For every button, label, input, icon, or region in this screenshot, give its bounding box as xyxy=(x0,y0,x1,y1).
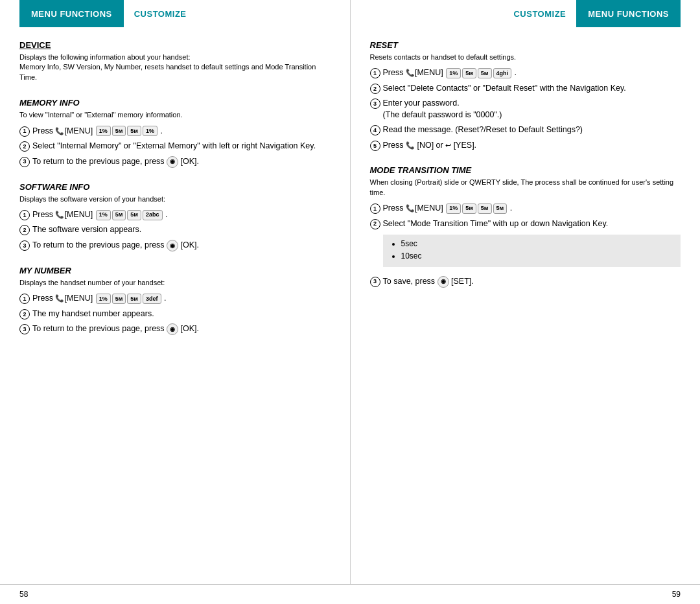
key-btn: 5м xyxy=(493,203,508,214)
step-content: Press 📞[MENU] 1% 5м 5м 1% . xyxy=(32,126,331,137)
step-number: 2 xyxy=(19,141,30,152)
step-number: 1 xyxy=(370,68,380,78)
step-item: 5 Press 📞 [NO] or ↩ [YES]. xyxy=(370,140,681,152)
phone-key: 📞 xyxy=(406,68,415,78)
key-btn: 5м xyxy=(478,68,492,78)
key-btn: 4ghi xyxy=(493,68,512,78)
phone-key: 📞 xyxy=(55,210,64,220)
mode-transition-steps: 1 Press 📞[MENU] 1% 5м 5м 5м . 2 Select "… xyxy=(370,203,681,292)
key-btn: 5м xyxy=(478,203,492,214)
my-number-title: MY NUMBER xyxy=(19,266,331,275)
software-info-desc: Displays the software version of your ha… xyxy=(19,194,331,204)
options-box: 5sec 10sec xyxy=(383,235,681,267)
step-content: To return to the previous page, press ◉ … xyxy=(32,240,331,251)
key-btn: 1% xyxy=(96,210,111,220)
step-item: 2 Select "Internal Memory" or "External … xyxy=(19,141,331,152)
my-number-steps: 1 Press 📞[MENU] 1% 5м 5м 3def . 2 The my… xyxy=(19,293,331,339)
key-btn: 5м xyxy=(462,68,476,78)
step-number: 2 xyxy=(370,219,380,229)
step-number: 1 xyxy=(370,203,380,214)
step-content: To return to the previous page, press ◉ … xyxy=(32,323,331,335)
mode-transition-title: MODE TRANSITION TIME xyxy=(370,165,681,175)
phone-key: 📞 xyxy=(55,294,64,303)
step-number: 3 xyxy=(19,157,30,167)
step-item: 4 Read the message. (Reset?/Reset to Def… xyxy=(370,124,681,136)
left-customize-label: CUSTOMIZE xyxy=(124,0,197,27)
software-info-steps: 1 Press 📞[MENU] 1% 5м 5м 2abc . 2 The so… xyxy=(19,209,331,255)
right-customize-label: CUSTOMIZE xyxy=(503,0,576,27)
step-content: Select "Internal Memory" or "External Me… xyxy=(32,141,331,152)
step-item: 2 The software version appears. xyxy=(19,224,331,236)
mode-transition-desc: When closing (Portrait) slide or QWERTY … xyxy=(370,178,681,198)
step-item: 3 To save, press ◉ [SET]. xyxy=(370,276,681,288)
step-item: 3 To return to the previous page, press … xyxy=(19,323,331,335)
set-key: ◉ xyxy=(438,276,449,288)
option-item: 10sec xyxy=(401,251,673,262)
ok-key: ◉ xyxy=(167,323,178,335)
page-left: MENU FUNCTIONS CUSTOMIZE DEVICE Displays… xyxy=(0,0,350,584)
step-item: 1 Press 📞[MENU] 1% 5м 5м 2abc . xyxy=(19,209,331,221)
key-btn: 5м xyxy=(127,126,141,136)
footer: 58 59 xyxy=(0,584,700,604)
step-number: 1 xyxy=(19,210,30,220)
left-menu-functions-label: MENU FUNCTIONS xyxy=(19,0,124,27)
key-sequence: 1% 5м 5м 1% xyxy=(95,126,158,136)
key-sequence: 1% 5м 5м 5м xyxy=(445,203,508,214)
left-page-number: 58 xyxy=(19,590,28,599)
key-sequence: 1% 5м 5м 4ghi xyxy=(445,68,512,78)
step-number: 5 xyxy=(370,141,380,151)
key-btn: 2abc xyxy=(143,210,163,220)
page-container: MENU FUNCTIONS CUSTOMIZE DEVICE Displays… xyxy=(0,0,700,584)
key-btn: 5м xyxy=(462,203,476,214)
options-list: 5sec 10sec xyxy=(391,238,673,262)
reset-desc: Resets contacts or handset to default se… xyxy=(370,52,681,62)
device-desc: Displays the following information about… xyxy=(19,52,331,82)
phone-key: 📞 xyxy=(55,126,64,136)
right-page-number: 59 xyxy=(672,590,681,599)
step-item: 2 The my handset number appears. xyxy=(19,308,331,320)
key-btn: 1% xyxy=(446,203,461,214)
my-number-desc: Displays the handset number of your hand… xyxy=(19,278,331,288)
step-item: 3 To return to the previous page, press … xyxy=(19,156,331,168)
step-content: The software version appears. xyxy=(32,224,331,236)
step-item: 1 Press 📞[MENU] 1% 5м 5м 4ghi . xyxy=(370,67,681,79)
step-number: 3 xyxy=(370,99,380,109)
left-header: MENU FUNCTIONS CUSTOMIZE xyxy=(19,0,331,27)
phone-key: 📞 xyxy=(406,141,415,150)
device-title: DEVICE xyxy=(19,40,331,50)
key-btn: 5м xyxy=(127,210,141,220)
key-btn: 3def xyxy=(143,294,161,304)
key-sequence: 1% 5м 5м 3def xyxy=(95,294,162,304)
step-number: 2 xyxy=(19,225,30,235)
step-content: Select "Mode Transition Time" with up or… xyxy=(383,218,681,272)
step-number: 3 xyxy=(19,240,30,251)
key-btn: 5м xyxy=(127,294,141,304)
step-content: To return to the previous page, press ◉ … xyxy=(32,156,331,168)
key-sequence: 1% 5м 5м 2abc xyxy=(95,210,163,220)
right-menu-functions-label: MENU FUNCTIONS xyxy=(576,0,681,27)
step-item: 1 Press 📞[MENU] 1% 5м 5м 1% . xyxy=(19,126,331,137)
step-item: 2 Select "Mode Transition Time" with up … xyxy=(370,218,681,272)
step-content: Press 📞[MENU] 1% 5м 5м 4ghi . xyxy=(383,67,681,79)
phone-key: ↩ xyxy=(445,141,451,150)
step-item: 2 Select "Delete Contacts" or "Default R… xyxy=(370,83,681,95)
key-btn: 1% xyxy=(446,68,461,78)
step-content: The my handset number appears. xyxy=(32,308,331,320)
step-item: 1 Press 📞[MENU] 1% 5м 5м 3def . xyxy=(19,293,331,305)
memory-info-desc: To view "Internal" or "External" memory … xyxy=(19,110,331,120)
step-content: Select "Delete Contacts" or "Default Res… xyxy=(383,83,681,95)
right-header: CUSTOMIZE MENU FUNCTIONS xyxy=(370,0,681,27)
step-item: 3 To return to the previous page, press … xyxy=(19,240,331,251)
memory-info-steps: 1 Press 📞[MENU] 1% 5м 5м 1% . 2 Select "… xyxy=(19,126,331,172)
step-number: 2 xyxy=(19,309,30,319)
step-content: Press 📞[MENU] 1% 5м 5м 5м . xyxy=(383,203,681,215)
reset-steps: 1 Press 📞[MENU] 1% 5м 5м 4ghi . 2 Select… xyxy=(370,67,681,155)
step-item: 3 Enter your password.(The default passw… xyxy=(370,98,681,121)
ok-key: ◉ xyxy=(167,156,178,168)
step-number: 3 xyxy=(19,324,30,334)
software-info-title: SOFTWARE INFO xyxy=(19,182,331,192)
step-number: 4 xyxy=(370,125,380,135)
step-item: 1 Press 📞[MENU] 1% 5м 5м 5м . xyxy=(370,203,681,215)
step-number: 1 xyxy=(19,294,30,304)
key-btn: 5м xyxy=(112,294,126,304)
